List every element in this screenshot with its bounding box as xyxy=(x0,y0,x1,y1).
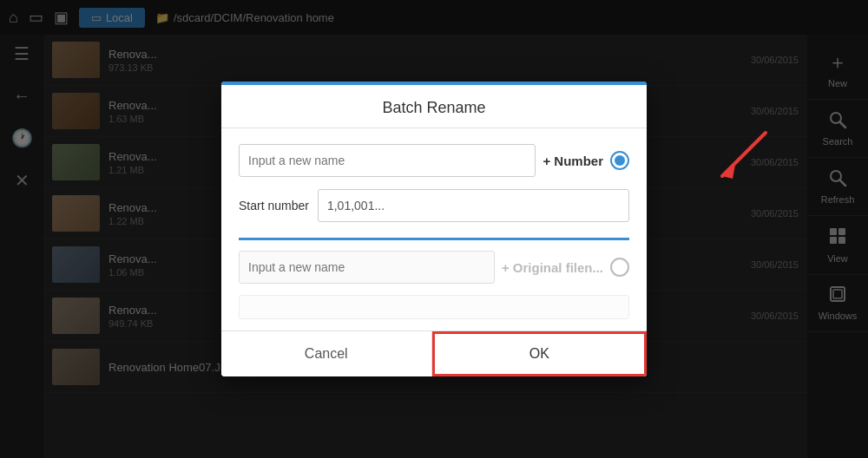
plus-number-label: + Number xyxy=(542,154,603,168)
divider-blue xyxy=(239,238,629,240)
option-row-2: + Original filen... xyxy=(239,251,629,284)
dialog-footer: Cancel OK xyxy=(221,330,647,376)
start-number-input[interactable] xyxy=(318,189,629,222)
start-number-label: Start number xyxy=(239,199,309,213)
name-input-2[interactable] xyxy=(239,251,495,284)
ok-button[interactable]: OK xyxy=(432,331,648,376)
dialog-title: Batch Rename xyxy=(239,99,629,117)
dialog-body: + Number Start number + Original filen..… xyxy=(221,128,647,330)
start-number-row: Start number xyxy=(239,189,629,222)
option-row-1: + Number xyxy=(239,144,629,177)
cancel-button[interactable]: Cancel xyxy=(221,331,432,376)
name-input-1[interactable] xyxy=(239,144,536,177)
radio-option-1[interactable] xyxy=(610,151,629,170)
radio-option-2[interactable] xyxy=(610,258,629,277)
partial-row xyxy=(239,296,629,322)
plus-original-label: + Original filen... xyxy=(502,260,603,275)
dialog-header: Batch Rename xyxy=(221,85,647,128)
partial-input xyxy=(239,295,629,319)
batch-rename-dialog: Batch Rename + Number Start number + Ori… xyxy=(221,82,647,376)
